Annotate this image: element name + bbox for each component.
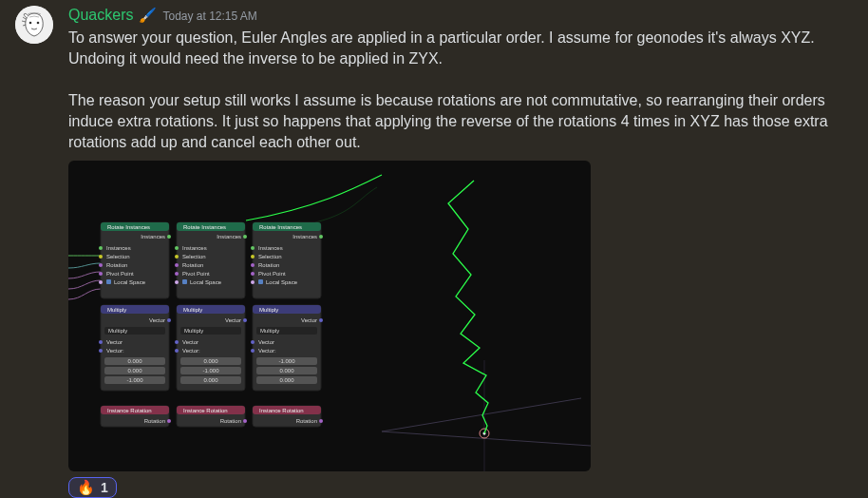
svg-text:Multiply: Multiply — [184, 328, 203, 334]
svg-point-1 — [29, 22, 32, 25]
fire-icon: 🔥 — [77, 480, 95, 494]
svg-point-65 — [99, 349, 103, 353]
svg-text:Rotate Instances: Rotate Instances — [183, 224, 226, 230]
svg-text:Selection: Selection — [182, 254, 206, 259]
svg-point-15 — [99, 255, 103, 259]
svg-text:Instance Rotation: Instance Rotation — [183, 408, 228, 413]
reactions: 🔥 1 — [68, 477, 853, 498]
svg-point-51 — [251, 272, 255, 276]
svg-point-80 — [175, 340, 179, 344]
svg-point-59 — [167, 318, 171, 322]
message-body: To answer your question, Euler Angles ar… — [68, 28, 853, 153]
svg-text:Multiply: Multiply — [183, 307, 202, 313]
svg-point-2 — [37, 22, 40, 25]
svg-text:Vector: Vector — [106, 339, 123, 345]
svg-point-13 — [99, 246, 103, 250]
svg-line-4 — [382, 398, 581, 431]
svg-text:Vector: Vector — [225, 317, 241, 323]
svg-text:-1.000: -1.000 — [126, 377, 143, 383]
svg-text:Instances: Instances — [217, 234, 241, 239]
svg-point-19 — [99, 272, 103, 276]
avatar[interactable] — [15, 6, 53, 44]
svg-rect-54 — [258, 279, 263, 284]
svg-text:Pivot Point: Pivot Point — [182, 271, 210, 277]
svg-text:0.000: 0.000 — [203, 358, 218, 364]
svg-text:Instances: Instances — [141, 234, 165, 239]
svg-text:Vector: Vector — [258, 339, 274, 345]
svg-text:Vector: Vector — [182, 339, 198, 345]
svg-text:0.000: 0.000 — [279, 377, 294, 383]
svg-point-37 — [175, 280, 179, 284]
message-content: Quackers 🖌️ Today at 12:15 AM To answer … — [68, 6, 853, 498]
svg-point-45 — [251, 246, 255, 250]
svg-point-33 — [175, 263, 179, 267]
svg-point-21 — [99, 280, 103, 284]
message-header: Quackers 🖌️ Today at 12:15 AM — [68, 6, 853, 26]
svg-line-3 — [382, 431, 591, 446]
svg-point-120 — [319, 419, 323, 423]
svg-text:Vector:: Vector: — [182, 348, 200, 354]
svg-text:Rotation: Rotation — [182, 262, 203, 268]
svg-point-115 — [243, 419, 247, 423]
svg-point-35 — [175, 272, 179, 276]
role-badge-icon: 🖌️ — [139, 6, 157, 25]
svg-text:Multiply: Multiply — [260, 328, 279, 334]
svg-point-17 — [99, 263, 103, 267]
svg-point-53 — [251, 280, 255, 284]
svg-point-82 — [175, 349, 179, 353]
svg-text:Pivot Point: Pivot Point — [106, 271, 134, 277]
svg-point-31 — [175, 255, 179, 259]
svg-point-27 — [243, 235, 247, 239]
svg-text:Rotate Instances: Rotate Instances — [107, 224, 150, 230]
svg-text:Instance Rotation: Instance Rotation — [259, 408, 304, 413]
svg-text:0.000: 0.000 — [127, 358, 142, 364]
attachment-image[interactable]: Rotate Instances Instances Instances Sel… — [68, 161, 591, 471]
svg-point-76 — [243, 318, 247, 322]
svg-point-29 — [175, 246, 179, 250]
svg-text:Local Space: Local Space — [266, 279, 298, 285]
svg-point-49 — [251, 263, 255, 267]
svg-text:Instances: Instances — [182, 245, 207, 251]
reaction-count: 1 — [101, 480, 108, 495]
svg-text:Vector:: Vector: — [106, 348, 124, 354]
svg-text:Rotation: Rotation — [220, 418, 241, 424]
svg-text:0.000: 0.000 — [203, 377, 218, 383]
svg-text:Rotation: Rotation — [144, 418, 165, 424]
svg-point-97 — [251, 340, 255, 344]
message: Quackers 🖌️ Today at 12:15 AM To answer … — [0, 0, 868, 498]
svg-point-47 — [251, 255, 255, 259]
svg-rect-22 — [106, 279, 111, 284]
svg-point-63 — [99, 340, 103, 344]
svg-point-93 — [319, 318, 323, 322]
svg-text:Rotate Instances: Rotate Instances — [259, 224, 302, 230]
username[interactable]: Quackers — [68, 6, 133, 26]
paragraph: To answer your question, Euler Angles ar… — [68, 28, 853, 69]
svg-text:Multiply: Multiply — [107, 307, 126, 313]
svg-text:Local Space: Local Space — [114, 279, 146, 285]
svg-rect-38 — [182, 279, 187, 284]
svg-text:Pivot Point: Pivot Point — [258, 271, 286, 277]
svg-text:0.000: 0.000 — [127, 368, 142, 374]
svg-point-43 — [319, 235, 323, 239]
svg-text:Multiply: Multiply — [259, 307, 278, 313]
svg-text:Selection: Selection — [106, 254, 130, 259]
svg-text:Instances: Instances — [292, 234, 317, 239]
reaction-button[interactable]: 🔥 1 — [68, 477, 117, 498]
svg-text:Selection: Selection — [258, 254, 282, 259]
svg-text:Instances: Instances — [106, 245, 131, 251]
paragraph: The reason your setup still works I assu… — [68, 90, 853, 153]
svg-text:Multiply: Multiply — [108, 328, 127, 334]
svg-text:0.000: 0.000 — [279, 368, 294, 374]
svg-text:Vector:: Vector: — [258, 348, 276, 354]
svg-text:Vector: Vector — [149, 317, 165, 323]
svg-text:-1.000: -1.000 — [202, 368, 219, 374]
svg-point-11 — [167, 235, 171, 239]
svg-text:Rotation: Rotation — [296, 418, 317, 424]
timestamp: Today at 12:15 AM — [162, 10, 256, 25]
svg-text:Rotation: Rotation — [106, 262, 127, 268]
svg-text:-1.000: -1.000 — [278, 358, 295, 364]
svg-text:Vector: Vector — [301, 317, 317, 323]
svg-point-110 — [167, 419, 171, 423]
svg-text:Instance Rotation: Instance Rotation — [107, 408, 152, 413]
svg-point-99 — [251, 349, 255, 353]
